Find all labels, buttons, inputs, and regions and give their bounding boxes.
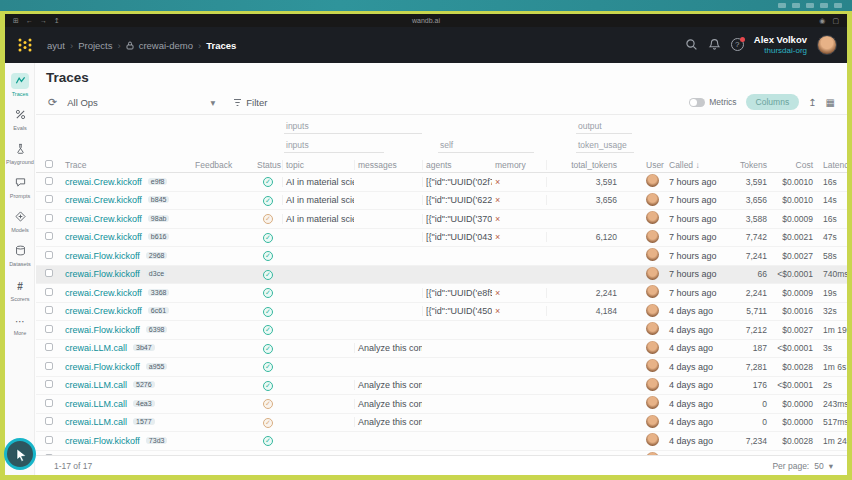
status-success-icon: ✓ <box>263 233 273 243</box>
row-checkbox[interactable] <box>45 343 53 351</box>
tabs-icon[interactable]: ▢ <box>832 17 839 25</box>
metrics-toggle[interactable]: Metrics <box>689 97 736 107</box>
row-checkbox[interactable] <box>45 177 53 185</box>
user-avatar <box>646 341 659 354</box>
col-header-feedback[interactable]: Feedback <box>192 160 254 170</box>
trace-link[interactable]: crewai.LLM.call <box>65 417 127 427</box>
col-header-agents[interactable]: agents <box>422 160 492 170</box>
back-icon[interactable]: ← <box>26 17 33 25</box>
extensions-icon[interactable]: ◉ <box>819 17 825 25</box>
trace-link[interactable]: crewai.Crew.kickoff <box>65 288 142 298</box>
trace-link[interactable]: crewai.Flow.kickoff <box>65 269 140 279</box>
col-header-cost[interactable]: Cost <box>770 160 816 170</box>
share-icon[interactable]: ↥ <box>54 17 60 25</box>
table-row[interactable]: crewai.Flow.kickoffd3ce✓7 hours ago66<$0… <box>36 266 847 285</box>
col-header-trace[interactable]: Trace <box>62 160 192 170</box>
export-icon[interactable]: ↥ <box>808 97 816 108</box>
row-checkbox[interactable] <box>45 417 53 425</box>
row-checkbox[interactable] <box>45 232 53 240</box>
breadcrumb-user[interactable]: ayut <box>47 40 65 51</box>
table-row[interactable]: crewai.Flow.kickoff2968✓7 hours ago7,241… <box>36 247 847 266</box>
table-row[interactable]: crewai.Crew.kickoff3368✓[{"id":"UUID('e8… <box>36 284 847 303</box>
trace-link[interactable]: crewai.LLM.call <box>65 380 127 390</box>
select-all-checkbox[interactable] <box>36 160 62 170</box>
trace-link[interactable]: crewai.Crew.kickoff <box>65 232 142 242</box>
trace-link[interactable]: crewai.Flow.kickoff <box>65 251 140 261</box>
row-checkbox[interactable] <box>45 269 53 277</box>
trace-link[interactable]: crewai.Crew.kickoff <box>65 214 142 224</box>
col-header-user[interactable]: User <box>620 160 666 170</box>
table-row[interactable]: crewai.Flow.kickoff73d3✓4 days ago7,234$… <box>36 432 847 451</box>
sidebar-item-evals[interactable]: Evals <box>5 106 35 131</box>
row-checkbox[interactable] <box>45 325 53 333</box>
avatar[interactable] <box>817 35 837 55</box>
breadcrumb-project[interactable]: crewai-demo <box>139 40 193 51</box>
wandb-logo-icon[interactable] <box>17 37 33 53</box>
window-controls-icon[interactable]: ⊞ <box>13 17 19 25</box>
row-checkbox[interactable] <box>45 195 53 203</box>
col-header-status[interactable]: Status <box>254 160 282 170</box>
page-title: Traces <box>36 63 847 85</box>
row-checkbox[interactable] <box>45 362 53 370</box>
col-header-latency[interactable]: Latency <box>816 160 847 170</box>
table-row[interactable]: crewai.Crew.kickoff6c61✓[{"id":"UUID('45… <box>36 303 847 322</box>
row-checkbox[interactable] <box>45 380 53 388</box>
table-row[interactable]: crewai.LLM.call4ea3✓Analyze this conten.… <box>36 395 847 414</box>
row-checkbox[interactable] <box>45 306 53 314</box>
trace-link[interactable]: crewai.Flow.kickoff <box>65 362 140 372</box>
user-avatar <box>646 378 659 391</box>
row-checkbox[interactable] <box>45 436 53 444</box>
table-row[interactable]: crewai.LLM.call3b47✓Analyze this conten.… <box>36 340 847 359</box>
sidebar-item-traces[interactable]: Traces <box>5 72 35 97</box>
sidebar-item-more[interactable]: ⋯More <box>5 311 35 337</box>
sidebar-item-datasets[interactable]: Datasets <box>5 242 35 267</box>
help-icon[interactable]: ? <box>731 38 744 51</box>
trace-link[interactable]: crewai.LLM.call <box>65 343 127 353</box>
trace-link[interactable]: crewai.Crew.kickoff <box>65 306 142 316</box>
forward-icon[interactable]: → <box>40 17 47 25</box>
user-menu[interactable]: Alex Volkov thursdai-org <box>754 35 807 55</box>
column-settings-icon[interactable]: ▦ <box>826 97 835 108</box>
table-row[interactable]: crewai.Flow.kickoffa955✓4 days ago7,281$… <box>36 358 847 377</box>
col-header-called[interactable]: Called ↓ <box>666 160 732 170</box>
sidebar-item-label: Datasets <box>5 261 35 267</box>
status-success-icon: ✓ <box>263 251 273 261</box>
table-row[interactable]: crewai.Crew.kickoffe9f8✓AI in material s… <box>36 173 847 192</box>
col-header-messages[interactable]: messages <box>354 160 422 170</box>
sidebar-item-models[interactable]: Models <box>5 208 35 233</box>
ops-selector[interactable]: All Ops ▾ <box>67 97 215 108</box>
row-checkbox[interactable] <box>45 399 53 407</box>
search-icon[interactable] <box>685 38 698 51</box>
sidebar-item-playground[interactable]: Playground <box>5 140 35 165</box>
table-row[interactable]: crewai.LLM.call1577✓Analyze this conten.… <box>36 414 847 433</box>
filter-button[interactable]: Filter <box>233 97 267 108</box>
group-header-inputs: inputs <box>284 121 422 134</box>
row-checkbox[interactable] <box>45 288 53 296</box>
table-row[interactable]: crewai.Crew.kickoffb845✓AI in material s… <box>36 192 847 211</box>
table-row[interactable]: crewai.Flow.kickoff6398✓4 days ago7,212$… <box>36 321 847 340</box>
bell-icon[interactable] <box>708 38 721 51</box>
url-bar[interactable]: wandb.ai <box>412 17 440 24</box>
per-page-selector[interactable]: Per page: 50 ▾ <box>772 461 833 471</box>
columns-button[interactable]: Columns <box>746 94 800 110</box>
trace-id-badge: 1577 <box>133 418 155 425</box>
trace-link[interactable]: crewai.LLM.call <box>65 399 127 409</box>
refresh-icon[interactable]: ⟳ <box>48 96 57 109</box>
sidebar-item-prompts[interactable]: Prompts <box>5 174 35 199</box>
col-header-memory[interactable]: memory <box>492 160 546 170</box>
trace-link[interactable]: crewai.Crew.kickoff <box>65 195 142 205</box>
trace-link[interactable]: crewai.Crew.kickoff <box>65 177 142 187</box>
col-header-total-tokens[interactable]: total_tokens <box>546 160 620 170</box>
sidebar-item-scorers[interactable]: #Scorers <box>5 276 35 302</box>
trace-link[interactable]: crewai.Flow.kickoff <box>65 436 140 446</box>
row-checkbox[interactable] <box>45 214 53 222</box>
table-row[interactable]: crewai.Crew.kickoff98ab✓AI in material s… <box>36 210 847 229</box>
row-checkbox[interactable] <box>45 251 53 259</box>
col-header-tokens[interactable]: Tokens <box>732 160 770 170</box>
table-row[interactable]: crewai.LLM.call5276✓Analyze this conten.… <box>36 377 847 396</box>
breadcrumb-projects[interactable]: Projects <box>78 40 112 51</box>
col-header-topic[interactable]: topic <box>282 160 354 170</box>
table-row[interactable]: crewai.Crew.kickoffb616✓[{"id":"UUID('04… <box>36 229 847 248</box>
chevron-down-icon: ▾ <box>210 97 215 108</box>
trace-link[interactable]: crewai.Flow.kickoff <box>65 325 140 335</box>
